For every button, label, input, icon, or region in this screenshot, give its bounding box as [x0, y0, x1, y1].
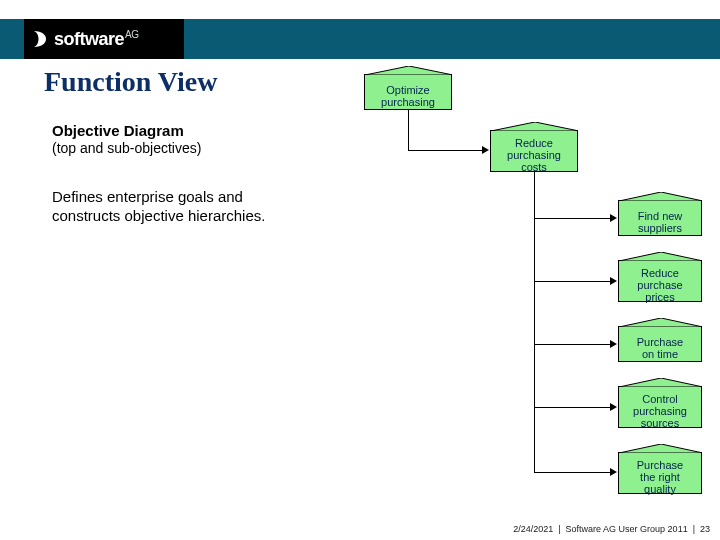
footer-pagenum: 23 [700, 524, 710, 534]
logo-mark-icon [30, 29, 50, 49]
logo-text: softwareAG [54, 29, 138, 50]
node-peak-icon [619, 252, 701, 261]
arrow-right-icon [610, 403, 617, 411]
arrow-right-icon [610, 214, 617, 222]
objective-child-label: Reduce purchasing costs [507, 137, 561, 173]
objective-leaf-label: Find new suppliers [638, 210, 683, 234]
svg-marker-6 [619, 444, 701, 453]
connector [408, 110, 409, 150]
node-peak-icon [619, 318, 701, 327]
node-peak-icon [365, 66, 451, 75]
objective-leaf: Purchase on time [618, 326, 702, 362]
footer-event: Software AG User Group 2011 [566, 524, 688, 534]
connector [534, 344, 610, 345]
content-area: Function View Objective Diagram (top and… [0, 60, 720, 540]
node-peak-icon [619, 192, 701, 201]
objective-leaf: Purchase the right quality [618, 452, 702, 494]
connector [534, 281, 610, 282]
arrow-right-icon [482, 146, 489, 154]
connector [534, 172, 535, 472]
objective-leaf-label: Purchase the right quality [637, 459, 683, 495]
objective-leaf-label: Control purchasing sources [633, 393, 687, 429]
header-bar: softwareAG [0, 0, 720, 60]
logo-text-main: software [54, 29, 124, 49]
svg-marker-1 [491, 122, 577, 131]
connector [534, 407, 610, 408]
objective-leaf: Find new suppliers [618, 200, 702, 236]
svg-marker-0 [365, 66, 451, 75]
page-title: Function View [44, 66, 217, 98]
objective-leaf-label: Reduce purchase prices [637, 267, 682, 303]
objective-leaf-label: Purchase on time [637, 336, 683, 360]
node-peak-icon [619, 444, 701, 453]
subtitle-sub: (top and sub-objectives) [52, 140, 201, 156]
svg-marker-5 [619, 378, 701, 387]
footer-date: 2/24/2021 [513, 524, 553, 534]
svg-marker-3 [619, 252, 701, 261]
logo-text-suffix: AG [125, 29, 138, 40]
brand-logo: softwareAG [24, 19, 184, 59]
connector [534, 472, 610, 473]
arrow-right-icon [610, 468, 617, 476]
arrow-right-icon [610, 340, 617, 348]
footer: 2/24/2021 | Software AG User Group 2011 … [513, 524, 710, 534]
subtitle: Objective Diagram [52, 122, 184, 139]
objective-child: Reduce purchasing costs [490, 130, 578, 172]
objective-diagram: Optimize purchasing Reduce purchasing co… [360, 60, 720, 520]
svg-marker-2 [619, 192, 701, 201]
objective-root-label: Optimize purchasing [381, 84, 435, 108]
connector [534, 218, 610, 219]
node-peak-icon [491, 122, 577, 131]
connector [408, 150, 482, 151]
svg-marker-4 [619, 318, 701, 327]
node-peak-icon [619, 378, 701, 387]
objective-leaf: Control purchasing sources [618, 386, 702, 428]
objective-root: Optimize purchasing [364, 74, 452, 110]
arrow-right-icon [610, 277, 617, 285]
description: Defines enterprise goals and constructs … [52, 188, 312, 226]
objective-leaf: Reduce purchase prices [618, 260, 702, 302]
